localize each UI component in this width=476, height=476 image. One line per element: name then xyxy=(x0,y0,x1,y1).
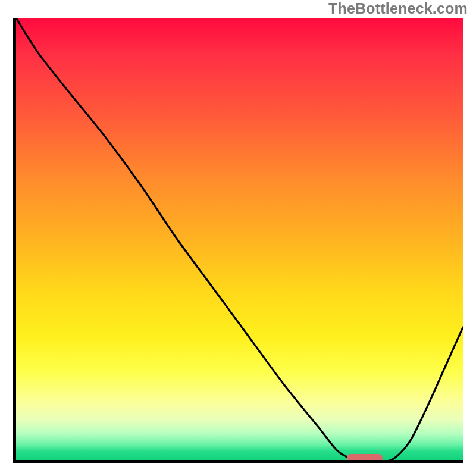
watermark-text: TheBottleneck.com xyxy=(328,0,468,17)
plot-area xyxy=(13,18,463,463)
optimal-marker xyxy=(347,454,383,462)
bottleneck-curve xyxy=(16,18,463,460)
chart-container: TheBottleneck.com xyxy=(0,0,476,476)
